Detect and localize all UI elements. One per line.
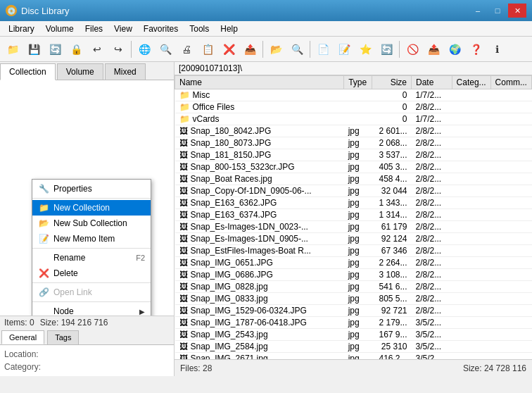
col-header-date[interactable]: Date <box>412 76 452 89</box>
file-name: 🖼Snap_EstFiles-Images-Boat R... <box>175 245 344 257</box>
file-name: 🖼Snap_IMG_0828.jpg <box>175 281 344 293</box>
ctx-delete-label: Delete <box>53 268 78 278</box>
file-icon: 🖼 <box>179 354 188 359</box>
table-row[interactable]: 🖼Snap_181_8150.JPG jpg 3 537... 2/8/2... <box>175 149 532 161</box>
tool-help[interactable]: ❓ <box>466 39 486 59</box>
file-size: 92 721 <box>372 305 412 317</box>
table-row[interactable]: 📁Office Files 0 2/8/2... <box>175 101 532 113</box>
close-button[interactable]: ✕ <box>508 4 526 18</box>
col-header-comm[interactable]: Comm... <box>490 76 531 89</box>
tool-doc[interactable]: 📄 <box>313 39 333 59</box>
tool-save[interactable]: 💾 <box>24 39 44 59</box>
file-date: 2/8/2... <box>412 161 452 173</box>
table-row[interactable]: 🖼Snap_IMG_0833.jpg jpg 805 5... 2/8/2... <box>175 293 532 305</box>
table-row[interactable]: 🖼Snap_E163_6362.JPG jpg 1 343... 2/8/2..… <box>175 197 532 209</box>
col-header-name[interactable]: Name <box>175 76 344 89</box>
rename-icon <box>38 252 49 263</box>
toolbar-separator-3 <box>310 41 310 58</box>
table-row[interactable]: 🖼Snap_EstFiles-Images-Boat R... jpg 67 3… <box>175 245 532 257</box>
tool-search[interactable]: 🔍 <box>156 39 175 59</box>
table-row[interactable]: 🖼Snap_IMG_0686.JPG jpg 3 108... 2/8/2... <box>175 269 532 281</box>
table-row[interactable]: 🖼Snap_IMG_1529-06-0324.JPG jpg 92 721 2/… <box>175 305 532 317</box>
tool-browse[interactable]: 🌐 <box>134 39 154 59</box>
col-header-categ[interactable]: Categ... <box>452 76 490 89</box>
file-categ <box>452 89 490 101</box>
tree-area[interactable]: 🔧 Properties 📁 New Collection 📂 New Sub … <box>0 80 174 316</box>
ctx-rename[interactable]: Rename F2 <box>32 250 151 266</box>
table-row[interactable]: 🖼Snap_IMG_0828.jpg jpg 541 6... 2/8/2... <box>175 281 532 293</box>
file-comm <box>490 221 531 233</box>
menu-favorites[interactable]: Favorites <box>138 23 184 35</box>
table-row[interactable]: 🖼Snap_IMG_2543.jpg jpg 167 9... 3/5/2... <box>175 329 532 341</box>
tool-find[interactable]: 🔍 <box>287 39 307 59</box>
ctx-new-collection[interactable]: 📁 New Collection <box>32 200 151 216</box>
tab-collection[interactable]: Collection <box>0 63 56 80</box>
file-comm <box>490 209 531 221</box>
file-size: 2 601... <box>372 125 412 137</box>
tab-volume[interactable]: Volume <box>57 63 103 80</box>
table-row[interactable]: 🖼Snap_180_8042.JPG jpg 2 601... 2/8/2... <box>175 125 532 137</box>
table-row[interactable]: 🖼Snap_Boat Races.jpg jpg 458 4... 2/8/2.… <box>175 173 532 185</box>
tool-info[interactable]: ℹ <box>487 39 507 59</box>
menu-files[interactable]: Files <box>80 23 108 35</box>
file-type: jpg <box>344 245 372 257</box>
tool-edit[interactable]: 📝 <box>334 39 354 59</box>
maximize-button[interactable]: □ <box>488 4 507 18</box>
menu-help[interactable]: Help <box>215 23 243 35</box>
ctx-new-sub-collection[interactable]: 📂 New Sub Collection <box>32 216 151 231</box>
rename-shortcut: F2 <box>136 254 145 262</box>
menu-library[interactable]: Library <box>3 23 40 35</box>
table-row[interactable]: 🖼Snap_Copy-Of-1DN_0905-06-... jpg 32 044… <box>175 185 532 197</box>
minimize-button[interactable]: – <box>469 4 487 18</box>
col-header-type[interactable]: Type <box>344 76 372 89</box>
tool-open[interactable]: 📂 <box>266 39 286 59</box>
menu-volume[interactable]: Volume <box>40 23 80 35</box>
table-row[interactable]: 🖼Snap_IMG_2584.jpg jpg 25 310 3/5/2... <box>175 341 532 353</box>
file-categ <box>452 221 490 233</box>
ctx-properties[interactable]: 🔧 Properties <box>32 181 151 196</box>
file-date: 2/8/2... <box>412 221 452 233</box>
table-row[interactable]: 🖼Snap_Es-Images-1DN_0023-... jpg 61 179 … <box>175 221 532 233</box>
file-type: jpg <box>344 209 372 221</box>
table-row[interactable]: 📁vCards 0 1/7/2... <box>175 113 532 125</box>
tab-mixed[interactable]: Mixed <box>105 63 146 80</box>
tool-sync[interactable]: 🔄 <box>376 39 396 59</box>
table-row[interactable]: 🖼Snap_IMG_0651.JPG jpg 2 264... 2/8/2... <box>175 257 532 269</box>
table-row[interactable]: 🖼Snap_IMG_1787-06-0418.JPG jpg 2 179... … <box>175 317 532 329</box>
ctx-delete[interactable]: ❌ Delete <box>32 266 151 281</box>
tool-redo[interactable]: ↪ <box>108 39 128 59</box>
file-categ <box>452 113 490 125</box>
menu-view[interactable]: View <box>108 23 138 35</box>
table-row[interactable]: 🖼Snap_E163_6374.JPG jpg 1 314... 2/8/2..… <box>175 209 532 221</box>
table-row[interactable]: 🖼Snap_Es-Images-1DN_0905-... jpg 92 124 … <box>175 233 532 245</box>
table-row[interactable]: 🖼Snap_800-153_5323cr.JPG jpg 405 3... 2/… <box>175 161 532 173</box>
file-date: 3/5/2... <box>412 341 452 353</box>
table-row[interactable]: 🖼Snap_IMG_2671.jpg jpg 416 2... 3/5/2... <box>175 353 532 360</box>
tool-lock[interactable]: 🔒 <box>66 39 86 59</box>
tool-props[interactable]: 📋 <box>198 39 217 59</box>
tool-print[interactable]: 🖨 <box>177 39 196 59</box>
tool-export[interactable]: 📤 <box>240 39 260 59</box>
ctx-new-collection-label: New Collection <box>53 203 110 213</box>
file-list[interactable]: Name Type Size Date Categ... Comm... 📁Mi… <box>175 75 532 359</box>
tool-export2[interactable]: 📤 <box>424 39 443 59</box>
tool-globe[interactable]: 🌍 <box>445 39 464 59</box>
window-controls: – □ ✕ <box>469 4 526 18</box>
ctx-node[interactable]: Node ▶ <box>32 304 151 316</box>
tool-fav[interactable]: ⭐ <box>355 39 375 59</box>
file-comm <box>490 353 531 360</box>
file-type: jpg <box>344 221 372 233</box>
ctx-new-memo-item[interactable]: 📝 New Memo Item <box>32 231 151 247</box>
table-row[interactable]: 🖼Snap_180_8073.JPG jpg 2 068... 2/8/2... <box>175 137 532 149</box>
col-header-size[interactable]: Size <box>372 76 412 89</box>
table-row[interactable]: 📁Misc 0 1/7/2... <box>175 89 532 101</box>
tool-new[interactable]: 📁 <box>3 39 23 59</box>
info-tab-tags[interactable]: Tags <box>47 330 79 344</box>
tool-delete[interactable]: ❌ <box>219 39 239 59</box>
info-tab-general[interactable]: General <box>1 330 44 344</box>
tool-undo[interactable]: ↩ <box>87 39 107 59</box>
tool-refresh[interactable]: 🔄 <box>45 39 65 59</box>
menu-tools[interactable]: Tools <box>184 23 215 35</box>
file-name: 🖼Snap_Es-Images-1DN_0023-... <box>175 221 344 233</box>
tool-block[interactable]: 🚫 <box>403 39 422 59</box>
